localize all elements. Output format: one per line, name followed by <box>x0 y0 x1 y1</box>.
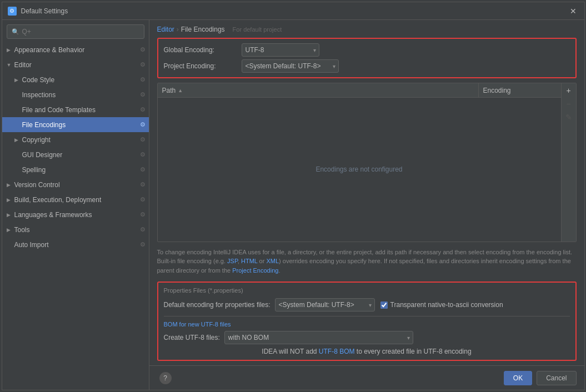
default-encoding-row: Default encoding for properties files: <… <box>164 298 570 311</box>
title-bar: ⚙ Default Settings ✕ <box>2 2 584 20</box>
sidebar-item-auto-import[interactable]: ▶ Auto Import ⚙ <box>2 237 149 252</box>
add-path-button[interactable]: + <box>563 84 575 97</box>
highlight-jsp: JSP <box>227 258 238 264</box>
settings-icon: ⚙ <box>140 106 146 113</box>
sidebar-item-label: File Encodings <box>22 121 66 129</box>
create-utf8-row: Create UTF-8 files: with NO BOM <box>164 331 570 344</box>
sidebar-item-label: File and Code Templates <box>22 106 96 114</box>
search-icon: 🔍 <box>12 28 19 36</box>
expand-icon: ▶ <box>7 212 14 218</box>
expand-icon: ▶ <box>14 137 22 143</box>
sort-arrow-icon: ▲ <box>178 88 183 93</box>
settings-icon: ⚙ <box>140 151 146 158</box>
info-text: To change encoding IntelliJ IDEA uses fo… <box>157 245 577 278</box>
expand-icon: ▶ <box>7 47 14 53</box>
remove-path-button[interactable]: − <box>563 98 575 110</box>
settings-icon: ⚙ <box>140 121 146 128</box>
sidebar-item-label: Appearance & Behavior <box>14 46 85 54</box>
sidebar-item-label: Code Style <box>22 76 55 84</box>
help-button[interactable]: ? <box>159 372 172 384</box>
edit-path-button[interactable]: ✎ <box>563 111 575 123</box>
sidebar-item-tools[interactable]: ▶ Tools ⚙ <box>2 222 149 237</box>
sidebar-item-version-control[interactable]: ▶ Version Control ⚙ <box>2 177 149 192</box>
create-utf8-select-wrapper: with NO BOM <box>224 331 413 344</box>
cancel-button[interactable]: Cancel <box>537 371 576 385</box>
project-encoding-select[interactable]: <System Default: UTF-8> <box>242 59 339 73</box>
table-body: Encodings are not configured <box>158 98 561 242</box>
sidebar-item-languages[interactable]: ▶ Languages & Frameworks ⚙ <box>2 207 149 222</box>
sidebar-item-label: Tools <box>14 226 30 234</box>
bom-note-after: to every created file in UTF-8 encoding <box>355 348 472 355</box>
highlight-project-encoding: Project Encoding <box>232 267 278 274</box>
sidebar-item-copyright[interactable]: ▶ Copyright ⚙ <box>2 132 149 147</box>
sidebar-item-code-style[interactable]: ▶ Code Style ⚙ <box>2 72 149 87</box>
col-encoding-header: Encoding <box>479 83 561 97</box>
props-encoding-select[interactable]: <System Default: UTF-8> <box>275 298 375 311</box>
global-encoding-select[interactable]: UTF-8 <box>242 43 319 57</box>
breadcrumb-for-default: For default project <box>233 26 282 33</box>
sidebar-item-editor[interactable]: ▼ Editor ⚙ <box>2 57 149 72</box>
ok-button[interactable]: OK <box>504 371 532 385</box>
settings-icon: ⚙ <box>140 46 146 53</box>
sidebar-item-appearance[interactable]: ▶ Appearance & Behavior ⚙ <box>2 42 149 57</box>
project-encoding-label: Project Encoding: <box>164 62 242 70</box>
dialog-title: Default Settings <box>21 7 568 15</box>
sidebar: 🔍 Q+ ▶ Appearance & Behavior ⚙ ▼ Editor … <box>2 20 149 390</box>
sidebar-item-spelling[interactable]: ▶ Spelling ⚙ <box>2 162 149 177</box>
sidebar-item-inspections[interactable]: ▶ Inspections ⚙ <box>2 87 149 102</box>
close-button[interactable]: ✕ <box>568 6 579 17</box>
sidebar-item-label: Version Control <box>14 181 60 189</box>
settings-icon: ⚙ <box>140 136 146 143</box>
bottom-bar: ? OK Cancel <box>149 365 584 390</box>
settings-icon: ⚙ <box>140 61 146 68</box>
props-encoding-select-wrapper: <System Default: UTF-8> <box>275 298 375 311</box>
panel-body: Global Encoding: UTF-8 Project Encoding:… <box>149 38 584 365</box>
expand-icon: ▶ <box>14 77 22 83</box>
expand-icon: ▶ <box>7 197 14 203</box>
settings-icon: ⚙ <box>140 241 146 248</box>
search-box[interactable]: 🔍 Q+ <box>7 24 144 39</box>
expand-icon: ▶ <box>7 227 14 233</box>
sidebar-item-label: GUI Designer <box>22 151 63 159</box>
table-header: Path ▲ Encoding <box>158 83 561 98</box>
settings-icon: ⚙ <box>140 181 146 188</box>
path-table-wrapper: Path ▲ Encoding Encodings are not config… <box>157 83 577 242</box>
settings-icon: ⚙ <box>140 226 146 233</box>
highlight-html: HTML <box>241 258 258 264</box>
bom-note-link: UTF-8 BOM <box>319 348 355 355</box>
col-path-header: Path ▲ <box>158 83 479 97</box>
bom-section-title: BOM for new UTF-8 files <box>164 316 570 328</box>
global-encoding-select-wrapper: UTF-8 <box>242 43 319 57</box>
sidebar-item-file-code-templates[interactable]: ▶ File and Code Templates ⚙ <box>2 102 149 117</box>
sidebar-item-label: Inspections <box>22 91 56 99</box>
sidebar-item-file-encodings[interactable]: ▶ File Encodings ⚙ <box>2 117 149 132</box>
properties-section: Properties Files (*.properties) Default … <box>157 282 577 361</box>
sidebar-item-gui-designer[interactable]: ▶ GUI Designer ⚙ <box>2 147 149 162</box>
sidebar-item-label: Editor <box>14 61 32 69</box>
properties-section-title: Properties Files (*.properties) <box>164 287 570 294</box>
sidebar-item-label: Auto Import <box>14 241 49 249</box>
global-encoding-row: Global Encoding: UTF-8 <box>164 43 570 57</box>
main-content: 🔍 Q+ ▶ Appearance & Behavior ⚙ ▼ Editor … <box>2 20 584 390</box>
sidebar-item-label: Build, Execution, Deployment <box>14 196 102 204</box>
empty-message: Encodings are not configured <box>315 165 402 173</box>
breadcrumb: Editor › File Encodings For default proj… <box>149 20 584 38</box>
dialog-window: ⚙ Default Settings ✕ 🔍 Q+ ▶ Appearance &… <box>2 2 585 390</box>
breadcrumb-editor[interactable]: Editor <box>157 26 174 33</box>
transparent-label: Transparent native-to-ascii conversion <box>390 301 503 309</box>
sidebar-item-label: Languages & Frameworks <box>14 211 92 219</box>
global-encoding-label: Global Encoding: <box>164 46 242 54</box>
sidebar-item-label: Copyright <box>22 136 51 144</box>
settings-icon: ⚙ <box>140 76 146 83</box>
default-encoding-label: Default encoding for properties files: <box>164 301 271 309</box>
sidebar-item-build-execution[interactable]: ▶ Build, Execution, Deployment ⚙ <box>2 192 149 207</box>
settings-icon: ⚙ <box>140 196 146 203</box>
transparent-checkbox[interactable] <box>380 301 388 309</box>
create-utf8-select[interactable]: with NO BOM <box>224 331 413 344</box>
highlight-xml: XML <box>266 258 279 264</box>
sidebar-item-label: Spelling <box>22 166 46 174</box>
table-actions: + − ✎ <box>561 83 576 242</box>
transparent-checkbox-label: Transparent native-to-ascii conversion <box>380 301 503 309</box>
right-panel: Editor › File Encodings For default proj… <box>149 20 584 390</box>
settings-icon: ⚙ <box>140 166 146 173</box>
